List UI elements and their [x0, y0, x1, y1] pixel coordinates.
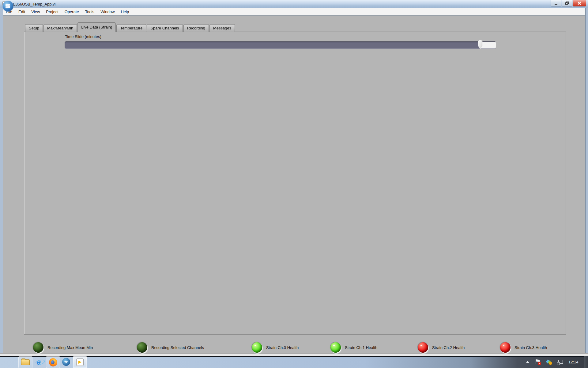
status-led-strain-ch-0-health: Strain Ch.0 Health — [252, 342, 299, 353]
tab-temperature[interactable]: Temperature — [116, 24, 146, 32]
show-desktop-button[interactable] — [584, 356, 588, 368]
windows-flag-icon — [6, 4, 10, 9]
network-icon — [557, 359, 563, 365]
window-controls — [550, 0, 586, 6]
menu-edit[interactable]: Edit — [15, 9, 28, 15]
taskbar-labview-button[interactable] — [73, 356, 87, 368]
dark-green-led-icon — [137, 342, 147, 353]
tab-max-mean-min[interactable]: Max/Mean/Min — [43, 24, 77, 32]
tray-expand-button[interactable] — [526, 356, 529, 368]
network-tray-icon[interactable] — [557, 356, 563, 368]
close-button[interactable] — [573, 0, 586, 6]
status-led-strain-ch-1-health: Strain Ch.1 Health — [330, 342, 377, 353]
flag-icon: x — [535, 359, 540, 365]
led-highlight — [420, 345, 422, 346]
dark-green-led-icon — [33, 342, 43, 353]
led-highlight — [333, 345, 335, 346]
taskbar-internet-explorer-button[interactable]: e — [33, 356, 44, 367]
status-led-recording-selected-channels: Recording Selected Channels — [137, 342, 204, 353]
labview-icon — [76, 358, 84, 366]
tab-live-data-strain-[interactable]: Live Data (Strain) — [77, 22, 116, 32]
status-led-strain-ch-3-health: Strain Ch.3 Health — [500, 342, 547, 353]
taskbar-firefox-button[interactable] — [46, 356, 60, 368]
tab-recording[interactable]: Recording — [183, 24, 209, 32]
menu-bar: FileEditViewProjectOperateToolsWindowHel… — [3, 8, 585, 16]
taskbar-explorer-button[interactable] — [18, 356, 32, 368]
red-led-icon — [500, 342, 511, 353]
menu-help[interactable]: Help — [118, 9, 132, 15]
taskbar-clock[interactable]: 12:14 — [568, 356, 579, 368]
minimize-button[interactable] — [551, 0, 561, 6]
taskbar-thunderbird-button[interactable] — [61, 356, 72, 367]
tab-page-panel — [24, 32, 566, 335]
time-slider-fill — [481, 42, 496, 48]
tab-setup[interactable]: Setup — [25, 24, 43, 32]
tab-strip: SetupMax/Mean/MinLive Data (Strain)Tempe… — [25, 22, 236, 32]
action-center-tray-icon[interactable]: x — [535, 356, 540, 368]
updates-icon — [546, 359, 552, 365]
internet-explorer-icon: e — [36, 358, 41, 366]
status-led-label: Strain Ch.1 Health — [345, 345, 377, 350]
chevron-up-icon — [526, 361, 529, 363]
window-title: FE356USB_Temp_App.vi — [10, 0, 55, 8]
status-led-label: Strain Ch.2 Health — [432, 345, 465, 350]
led-highlight — [254, 345, 256, 346]
time-slider-label: Time Slide (minutes) — [65, 34, 101, 39]
status-led-recording-max-mean-min: Recording Max Mean Min — [33, 342, 93, 353]
status-led-label: Recording Max Mean Min — [47, 345, 93, 350]
updates-tray-icon[interactable] — [546, 356, 552, 368]
folder-icon — [21, 359, 30, 365]
status-led-strain-ch-2-health: Strain Ch.2 Health — [418, 342, 465, 353]
status-led-label: Strain Ch.3 Health — [514, 345, 547, 350]
window-border-right — [585, 8, 588, 353]
menu-window[interactable]: Window — [97, 9, 118, 15]
menu-operate[interactable]: Operate — [62, 9, 82, 15]
error-badge-icon: x — [538, 362, 541, 365]
firefox-icon — [49, 358, 57, 366]
status-led-label: Strain Ch.0 Health — [266, 345, 299, 350]
green-led-icon — [330, 342, 341, 353]
tab-spare-channels[interactable]: Spare Channels — [147, 24, 183, 32]
tab-messages[interactable]: Messages — [209, 24, 235, 32]
restore-button[interactable] — [562, 0, 572, 6]
status-led-label: Recording Selected Channels — [151, 345, 204, 350]
window-border-left — [0, 8, 3, 353]
green-led-icon — [252, 342, 262, 353]
menu-view[interactable]: View — [28, 9, 43, 15]
start-button[interactable] — [2, 1, 13, 12]
led-highlight — [503, 345, 504, 346]
thunderbird-icon — [62, 358, 70, 366]
red-led-icon — [418, 342, 428, 353]
menu-tools[interactable]: Tools — [82, 9, 97, 15]
taskbar — [0, 356, 588, 368]
desktop: { "window": { "title": "FE356USB_Temp_Ap… — [0, 0, 588, 368]
window-titlebar: FE356USB_Temp_App.vi — [0, 0, 588, 9]
menu-project[interactable]: Project — [43, 9, 61, 15]
time-slider-track[interactable] — [65, 41, 496, 49]
